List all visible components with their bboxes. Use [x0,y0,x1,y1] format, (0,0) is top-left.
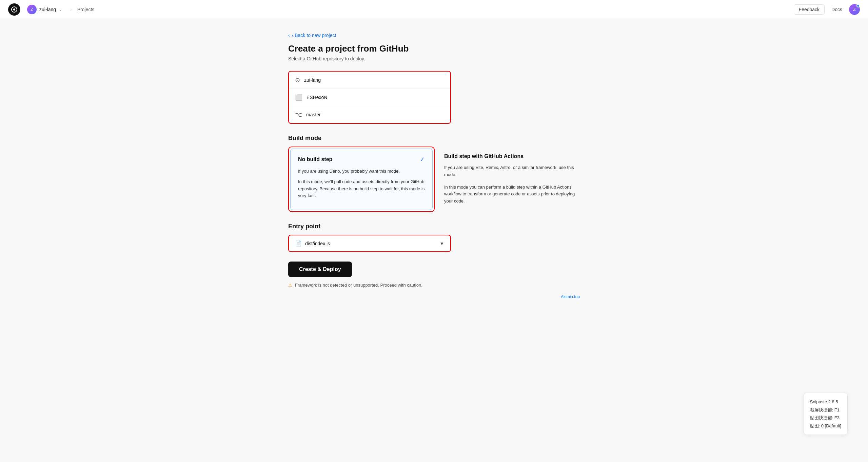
dropdown-chevron-icon: ▼ [439,241,444,246]
notification-dot [856,4,860,7]
projects-breadcrumb[interactable]: Projects [77,7,95,12]
breadcrumb-separator: › [70,7,72,12]
repository-card: ⊙ zui-lang ⬜ ESHexoN ⌥ master [288,71,451,124]
build-mode-selected-wrapper: No build step ✓ If you are using Deno, y… [288,147,435,212]
no-build-step-desc1: If you are using Deno, you probably want… [298,168,425,175]
no-build-step-option[interactable]: No build step ✓ If you are using Deno, y… [290,149,433,210]
docs-link[interactable]: Docs [831,7,842,12]
github-actions-desc1: If you are using Vite, Remix, Astro, or … [444,164,578,178]
repo-name-label: ESHexoN [307,95,327,100]
profile-avatar[interactable]: Z [849,4,860,15]
entry-point-value: dist/index.js [305,241,330,246]
no-build-step-title: No build step [298,156,332,162]
page-content: ‹ ‹ Back to new project Create a project… [281,33,587,299]
warning-text-label: Framework is not detected or unsupported… [295,283,422,288]
feedback-button[interactable]: Feedback [794,4,825,15]
page-title: Create a project from GitHub [288,43,580,54]
main-content: ‹ ‹ Back to new project Create a project… [0,19,868,326]
repo-branch-item[interactable]: ⌥ master [289,106,450,123]
entry-point-title: Entry point [288,223,580,230]
entry-point-select[interactable]: 📄 dist/index.js ▼ [289,235,450,251]
github-icon: ⊙ [295,76,300,84]
user-avatar: Z [27,5,37,14]
back-link[interactable]: ‹ ‹ Back to new project [288,33,336,38]
app-logo[interactable] [8,3,20,16]
svg-point-1 [13,8,15,11]
repo-user-item[interactable]: ⊙ zui-lang [289,72,450,89]
repo-icon: ⬜ [295,94,302,101]
back-chevron-icon: ‹ [288,33,290,38]
user-name-label: zui-lang [39,7,56,12]
repo-name-item[interactable]: ⬜ ESHexoN [289,89,450,106]
no-build-step-desc2: In this mode, we'll pull code and assets… [298,178,425,199]
branch-icon: ⌥ [295,111,302,118]
page-subtitle: Select a GitHub repository to deploy. [288,56,580,61]
header-right: Feedback Docs Z [794,4,860,15]
warning-icon: ⚠ [288,283,292,288]
github-actions-option[interactable]: Build step with GitHub Actions If you ar… [443,147,580,212]
akimio-link[interactable]: Akimio.top [288,294,580,299]
back-link-label: ‹ Back to new project [292,33,336,38]
no-build-step-header: No build step ✓ [298,156,425,163]
github-actions-desc2: In this mode you can perform a build ste… [444,184,578,205]
repo-branch-label: master [306,112,321,117]
chevron-down-icon: ⌄ [59,7,62,12]
entry-point-left: 📄 dist/index.js [295,240,330,247]
header-left: Z zui-lang ⌄ › Projects [8,3,94,16]
avatar-initial: Z [853,7,856,12]
entry-point-card[interactable]: 📄 dist/index.js ▼ [288,235,451,252]
github-actions-title: Build step with GitHub Actions [444,153,578,159]
user-selector[interactable]: Z zui-lang ⌄ [24,3,65,16]
repo-user-label: zui-lang [304,77,321,83]
warning-message: ⚠ Framework is not detected or unsupport… [288,283,580,288]
app-header: Z zui-lang ⌄ › Projects Feedback Docs Z [0,0,868,19]
create-deploy-button[interactable]: Create & Deploy [288,262,352,277]
check-icon: ✓ [420,156,425,163]
file-icon: 📄 [295,240,302,247]
build-mode-title: Build mode [288,135,580,142]
